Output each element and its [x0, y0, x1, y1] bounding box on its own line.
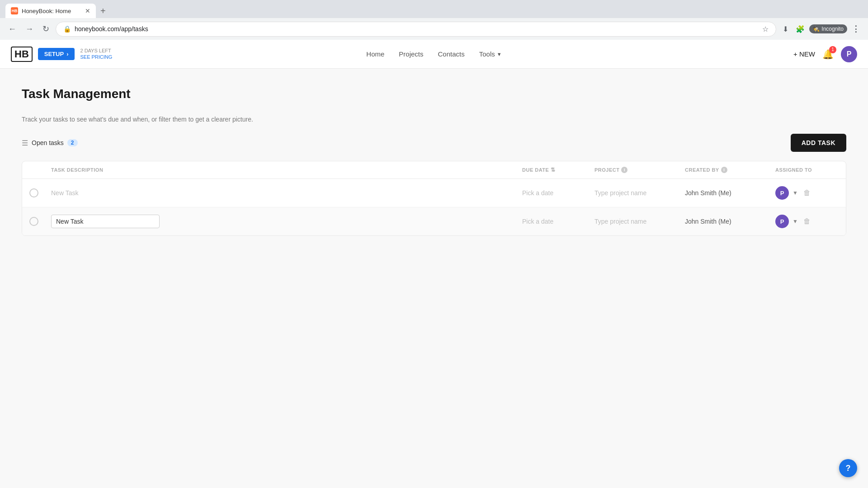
table-header: TASK DESCRIPTION DUE DATE ⇅ PROJECT i CR…	[22, 161, 846, 179]
created-by-info-icon[interactable]: i	[721, 167, 727, 173]
task-desc-placeholder-1[interactable]: New Task	[51, 189, 78, 197]
see-pricing-link[interactable]: SEE PRICING	[80, 54, 112, 60]
sort-icon: ⇅	[551, 167, 556, 173]
back-btn[interactable]: ←	[5, 23, 19, 36]
filter-icon: ☰	[22, 139, 28, 147]
page-title: Task Management	[22, 87, 846, 101]
assignee-avatar-1[interactable]: P	[775, 186, 789, 200]
nav-contacts[interactable]: Contacts	[438, 50, 465, 58]
task-creator-1: John Smith (Me)	[685, 189, 731, 197]
spy-icon: 🕵	[813, 26, 820, 32]
incognito-badge: 🕵 Incognito	[809, 24, 847, 33]
col-task-description: TASK DESCRIPTION	[51, 167, 522, 173]
table-row: Pick a date Type project name John Smith…	[22, 207, 846, 235]
task-checkbox-2[interactable]	[29, 217, 38, 226]
task-date-1[interactable]: Pick a date	[522, 189, 553, 197]
assignee-avatar-2[interactable]: P	[775, 215, 789, 228]
table-row: New Task Pick a date Type project name J…	[22, 179, 846, 207]
more-options-btn[interactable]: ⋮	[849, 21, 863, 37]
refresh-btn[interactable]: ↻	[40, 22, 52, 36]
col-assigned-to: ASSIGNED TO	[775, 167, 839, 173]
download-btn[interactable]: ⬇	[780, 22, 791, 36]
new-tab-btn[interactable]: +	[96, 6, 110, 16]
delete-task-1[interactable]: 🗑	[802, 187, 812, 199]
task-controls: ☰ Open tasks 2 ADD TASK	[22, 134, 846, 152]
setup-days: 2 DAYS LEFT SEE PRICING	[80, 48, 112, 60]
nav-tools[interactable]: Tools ▼	[479, 50, 502, 58]
add-task-button[interactable]: ADD TASK	[791, 134, 846, 152]
assignee-dropdown-1[interactable]: ▼	[793, 190, 798, 196]
open-tasks-label: Open tasks	[32, 139, 64, 146]
forward-btn[interactable]: →	[23, 23, 36, 36]
task-subtitle: Track your tasks to see what's due and w…	[22, 116, 846, 123]
bookmark-icon[interactable]: ☆	[762, 25, 769, 33]
app-logo: HB SETUP › 2 DAYS LEFT SEE PRICING	[11, 47, 112, 62]
app-nav: Home Projects Contacts Tools ▼	[366, 50, 501, 58]
tab-close-btn[interactable]: ✕	[85, 7, 90, 14]
col-due-date[interactable]: DUE DATE ⇅	[522, 167, 594, 173]
assignee-dropdown-2[interactable]: ▼	[793, 218, 798, 225]
assigned-to-cell-1: P ▼ 🗑	[775, 186, 839, 200]
nav-home[interactable]: Home	[366, 50, 384, 58]
tab-favicon: HB	[11, 7, 18, 14]
help-button[interactable]: ?	[839, 459, 857, 477]
hb-logo[interactable]: HB	[11, 47, 33, 62]
browser-tab[interactable]: HB HoneyBook: Home ✕	[5, 4, 96, 18]
task-project-1[interactable]: Type project name	[594, 189, 646, 197]
notification-badge: 1	[829, 46, 836, 53]
app-header: HB SETUP › 2 DAYS LEFT SEE PRICING Home …	[0, 40, 868, 69]
task-project-2[interactable]: Type project name	[594, 218, 646, 225]
address-bar: 🔒 ☆	[56, 22, 776, 37]
main-content: Task Management Track your tasks to see …	[0, 69, 868, 488]
task-desc-input-2[interactable]	[51, 215, 160, 228]
task-creator-2: John Smith (Me)	[685, 218, 731, 225]
task-table: TASK DESCRIPTION DUE DATE ⇅ PROJECT i CR…	[22, 161, 846, 236]
nav-projects[interactable]: Projects	[399, 50, 423, 58]
task-count-badge: 2	[67, 139, 78, 146]
notification-btn[interactable]: 🔔 1	[822, 49, 834, 60]
task-date-2[interactable]: Pick a date	[522, 218, 553, 225]
setup-button[interactable]: SETUP ›	[38, 48, 75, 60]
col-project: PROJECT i	[594, 167, 685, 173]
tab-title: HoneyBook: Home	[22, 8, 71, 14]
task-checkbox-1[interactable]	[29, 188, 38, 197]
avatar[interactable]: P	[841, 46, 857, 62]
lock-icon: 🔒	[63, 25, 71, 33]
header-actions: + NEW 🔔 1 P	[793, 46, 857, 62]
col-created-by: CREATED BY i	[685, 167, 775, 173]
project-info-icon[interactable]: i	[621, 167, 627, 173]
extensions-btn[interactable]: 🧩	[793, 22, 807, 36]
chevron-down-icon: ▼	[497, 52, 502, 57]
delete-task-2[interactable]: 🗑	[802, 216, 812, 227]
url-input[interactable]	[75, 25, 759, 33]
assigned-to-cell-2: P ▼ 🗑	[775, 215, 839, 228]
new-btn[interactable]: + NEW	[793, 50, 815, 58]
task-filter[interactable]: ☰ Open tasks 2	[22, 139, 78, 147]
